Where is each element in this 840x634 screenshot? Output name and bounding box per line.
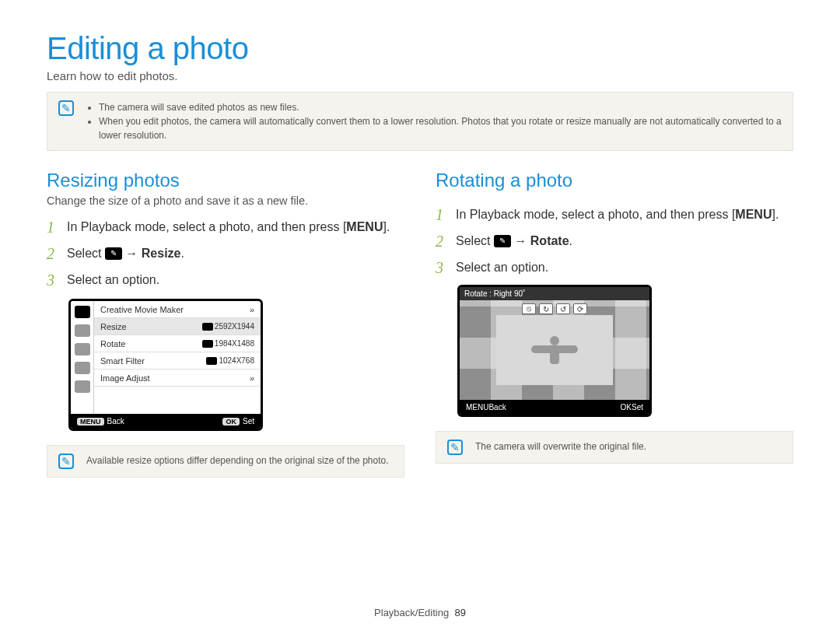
- resizing-section: Resizing photos Change the size of a pho…: [47, 170, 404, 496]
- step-3: 3 Select an option.: [436, 258, 793, 277]
- step-number: 2: [436, 232, 448, 250]
- top-note-item: When you edit photos, the camera will au…: [99, 114, 782, 142]
- menu-row: Creative Movie Maker»: [94, 301, 261, 318]
- step-fragment: In Playback mode, select a photo, and th…: [67, 220, 343, 233]
- step-3: 3 Select an option.: [47, 271, 404, 289]
- sidebar-icon: [75, 362, 90, 374]
- menu-label: MENU: [346, 220, 383, 233]
- rotate-note-box: ✎ The camera will overwrite the original…: [436, 431, 793, 464]
- period: .: [181, 247, 184, 260]
- resize-note-box: ✎ Available resize options differ depend…: [47, 445, 404, 478]
- rotate-screenshot: Rotate : Right 90˚ ⦸ ↻ ↺ ⟳ MENUBac: [457, 285, 652, 417]
- chevron-icon: »: [250, 373, 254, 383]
- note-icon: ✎: [58, 100, 74, 116]
- resolution-value: 1024X768: [219, 356, 254, 365]
- step-text: In Playback mode, select a photo, and th…: [67, 218, 404, 236]
- resolution-icon: [206, 357, 217, 365]
- step-fragment: In Playback mode, select a photo, and th…: [456, 208, 732, 221]
- step-number: 2: [47, 244, 59, 263]
- section-heading-resizing: Resizing photos: [47, 170, 404, 191]
- page-footer: Playback/Editing 89: [0, 607, 840, 618]
- resize-note-text: Available resize options differ dependin…: [86, 454, 389, 468]
- note-icon: ✎: [58, 454, 74, 469]
- rotating-section: Rotating a photo 1 In Playback mode, sel…: [436, 170, 793, 496]
- back-label: Back: [488, 403, 506, 412]
- rotate-toolbar: ⦸ ↻ ↺ ⟳: [522, 303, 587, 314]
- step-text: Select ✎ → Rotate.: [456, 232, 793, 250]
- edit-icon: ✎: [494, 235, 511, 247]
- top-note-item: The camera will save edited photos as ne…: [99, 100, 782, 114]
- set-label: Set: [243, 417, 254, 426]
- action-name: Resize: [142, 247, 181, 260]
- action-name: Rotate: [530, 234, 569, 247]
- bracket: ].: [383, 220, 390, 233]
- screenshot-footer: MENUBack OKSet: [71, 414, 261, 429]
- screenshot-menu: Creative Movie Maker» Resize2592X1944 Ro…: [94, 301, 261, 414]
- menu-row: Resize2592X1944: [94, 318, 261, 335]
- menu-row: Rotate1984X1488: [94, 335, 261, 352]
- sidebar-icon: [75, 306, 90, 318]
- screenshot-sidebar: [71, 301, 94, 414]
- step-text: Select an option.: [456, 258, 793, 277]
- footer-page-number: 89: [454, 607, 465, 618]
- top-note-box: ✎ The camera will save edited photos as …: [47, 92, 793, 151]
- step-fragment: Select: [456, 234, 494, 247]
- menu-row: Image Adjust»: [94, 370, 261, 387]
- resolution-value: 1984X1488: [215, 339, 254, 348]
- set-label: Set: [632, 403, 643, 412]
- step-number: 3: [436, 258, 448, 277]
- section-sub-resizing: Change the size of a photo and save it a…: [47, 194, 404, 207]
- menu-item-label: Image Adjust: [100, 373, 150, 383]
- rotate-180-icon: ⟳: [573, 303, 587, 314]
- step-2: 2 Select ✎ → Resize.: [47, 244, 404, 263]
- rotate-note-text: The camera will overwrite the original f…: [475, 440, 646, 454]
- note-icon: ✎: [447, 440, 463, 455]
- rotate-footer: MENUBack OKSet: [460, 400, 649, 415]
- period: .: [569, 234, 572, 247]
- step-1: 1 In Playback mode, select a photo, and …: [47, 218, 404, 236]
- menu-item-label: Resize: [100, 322, 127, 331]
- top-note-list: The camera will save edited photos as ne…: [86, 100, 782, 142]
- chevron-icon: »: [250, 305, 254, 314]
- step-2: 2 Select ✎ → Rotate.: [436, 232, 793, 250]
- page-title: Editing a photo: [47, 31, 793, 66]
- back-label: Back: [107, 417, 124, 426]
- step-text: In Playback mode, select a photo, and th…: [456, 205, 793, 224]
- step-fragment: Select: [67, 247, 105, 260]
- bracket: ].: [772, 208, 779, 221]
- step-number: 1: [47, 218, 59, 236]
- svg-point-0: [550, 336, 559, 345]
- menu-chip: MENU: [77, 418, 104, 426]
- sidebar-icon: [75, 324, 90, 337]
- sidebar-icon: [75, 380, 90, 393]
- arrow: →: [511, 234, 530, 247]
- rotate-right-icon: ↻: [539, 303, 553, 314]
- rotate-preview: [496, 315, 613, 385]
- section-heading-rotating: Rotating a photo: [436, 170, 793, 191]
- step-number: 3: [47, 271, 59, 289]
- step-1: 1 In Playback mode, select a photo, and …: [436, 205, 793, 224]
- menu-row: Smart Filter1024X768: [94, 352, 261, 370]
- resolution-value: 2592X1944: [215, 322, 254, 331]
- resolution-icon: [202, 340, 213, 348]
- menu-label: MENU: [735, 208, 772, 221]
- step-number: 1: [436, 205, 448, 224]
- rotate-header: Rotate : Right 90˚: [460, 287, 649, 300]
- rotate-off-icon: ⦸: [522, 303, 536, 314]
- menu-item-label: Smart Filter: [100, 356, 145, 366]
- edit-icon: ✎: [105, 247, 122, 260]
- step-text: Select ✎ → Resize.: [67, 244, 404, 263]
- menu-chip: MENU: [466, 403, 488, 412]
- resolution-icon: [202, 323, 213, 331]
- resize-menu-screenshot: Creative Movie Maker» Resize2592X1944 Ro…: [68, 299, 263, 431]
- menu-item-label: Creative Movie Maker: [100, 305, 184, 314]
- ok-chip: OK: [222, 418, 240, 426]
- rotate-left-icon: ↺: [556, 303, 570, 314]
- ok-chip: OK: [621, 403, 632, 412]
- person-silhouette: [523, 335, 586, 366]
- sidebar-icon: [75, 343, 90, 356]
- svg-rect-2: [550, 345, 559, 364]
- arrow: →: [122, 247, 142, 260]
- step-text: Select an option.: [67, 271, 404, 289]
- footer-section: Playback/Editing: [374, 607, 449, 618]
